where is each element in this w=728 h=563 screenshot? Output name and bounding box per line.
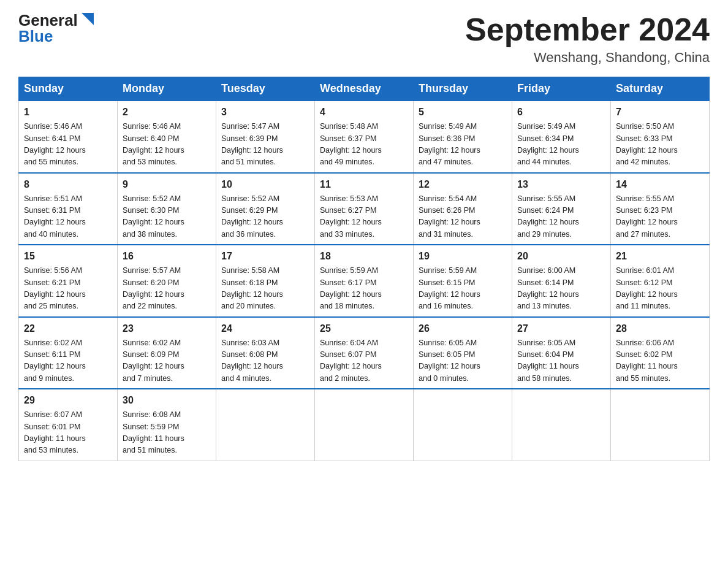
col-header-friday: Friday bbox=[512, 77, 611, 101]
col-header-monday: Monday bbox=[118, 77, 216, 101]
calendar-table: SundayMondayTuesdayWednesdayThursdayFrid… bbox=[18, 77, 710, 461]
day-number: 10 bbox=[221, 177, 309, 192]
day-info: Sunrise: 6:06 AM Sunset: 6:02 PM Dayligh… bbox=[616, 337, 704, 385]
day-number: 13 bbox=[517, 177, 605, 192]
day-info: Sunrise: 5:55 AM Sunset: 6:23 PM Dayligh… bbox=[616, 193, 704, 241]
day-info: Sunrise: 5:46 AM Sunset: 6:41 PM Dayligh… bbox=[24, 121, 112, 169]
day-info: Sunrise: 5:54 AM Sunset: 6:26 PM Dayligh… bbox=[419, 193, 507, 241]
day-number: 2 bbox=[123, 105, 211, 120]
day-cell: 8Sunrise: 5:51 AM Sunset: 6:31 PM Daylig… bbox=[19, 173, 118, 245]
day-cell: 6Sunrise: 5:49 AM Sunset: 6:34 PM Daylig… bbox=[512, 101, 611, 173]
week-row-1: 1Sunrise: 5:46 AM Sunset: 6:41 PM Daylig… bbox=[19, 101, 710, 173]
day-info: Sunrise: 5:52 AM Sunset: 6:30 PM Dayligh… bbox=[123, 193, 211, 241]
day-number: 3 bbox=[221, 105, 309, 120]
day-number: 22 bbox=[24, 321, 112, 336]
page-header: General Blue September 2024 Wenshang, Sh… bbox=[18, 12, 710, 66]
day-cell: 27Sunrise: 6:05 AM Sunset: 6:04 PM Dayli… bbox=[512, 317, 611, 389]
day-info: Sunrise: 5:59 AM Sunset: 6:17 PM Dayligh… bbox=[320, 265, 408, 313]
col-header-saturday: Saturday bbox=[611, 77, 710, 101]
day-cell: 28Sunrise: 6:06 AM Sunset: 6:02 PM Dayli… bbox=[611, 317, 710, 389]
day-info: Sunrise: 6:00 AM Sunset: 6:14 PM Dayligh… bbox=[517, 265, 605, 313]
day-info: Sunrise: 5:56 AM Sunset: 6:21 PM Dayligh… bbox=[24, 265, 112, 313]
day-number: 1 bbox=[24, 105, 112, 120]
day-cell: 4Sunrise: 5:48 AM Sunset: 6:37 PM Daylig… bbox=[315, 101, 414, 173]
day-number: 19 bbox=[419, 249, 507, 264]
day-cell: 19Sunrise: 5:59 AM Sunset: 6:15 PM Dayli… bbox=[414, 245, 512, 317]
day-number: 16 bbox=[123, 249, 211, 264]
calendar-title-block: September 2024 Wenshang, Shandong, China bbox=[465, 12, 710, 66]
day-cell: 26Sunrise: 6:05 AM Sunset: 6:05 PM Dayli… bbox=[414, 317, 512, 389]
day-cell: 11Sunrise: 5:53 AM Sunset: 6:27 PM Dayli… bbox=[315, 173, 414, 245]
day-info: Sunrise: 5:55 AM Sunset: 6:24 PM Dayligh… bbox=[517, 193, 605, 241]
day-number: 11 bbox=[320, 177, 408, 192]
day-number: 8 bbox=[24, 177, 112, 192]
day-cell: 24Sunrise: 6:03 AM Sunset: 6:08 PM Dayli… bbox=[216, 317, 315, 389]
day-number: 20 bbox=[517, 249, 605, 264]
day-cell: 12Sunrise: 5:54 AM Sunset: 6:26 PM Dayli… bbox=[414, 173, 512, 245]
day-number: 29 bbox=[24, 393, 112, 408]
day-number: 15 bbox=[24, 249, 112, 264]
day-info: Sunrise: 6:02 AM Sunset: 6:09 PM Dayligh… bbox=[123, 337, 211, 385]
day-info: Sunrise: 5:57 AM Sunset: 6:20 PM Dayligh… bbox=[123, 265, 211, 313]
col-header-thursday: Thursday bbox=[414, 77, 512, 101]
day-number: 9 bbox=[123, 177, 211, 192]
day-cell: 30Sunrise: 6:08 AM Sunset: 5:59 PM Dayli… bbox=[118, 389, 216, 461]
calendar-title: September 2024 bbox=[465, 12, 710, 47]
day-cell: 3Sunrise: 5:47 AM Sunset: 6:39 PM Daylig… bbox=[216, 101, 315, 173]
day-cell: 29Sunrise: 6:07 AM Sunset: 6:01 PM Dayli… bbox=[19, 389, 118, 461]
day-info: Sunrise: 5:53 AM Sunset: 6:27 PM Dayligh… bbox=[320, 193, 408, 241]
day-info: Sunrise: 5:51 AM Sunset: 6:31 PM Dayligh… bbox=[24, 193, 112, 241]
day-info: Sunrise: 6:07 AM Sunset: 6:01 PM Dayligh… bbox=[24, 409, 112, 457]
day-info: Sunrise: 6:03 AM Sunset: 6:08 PM Dayligh… bbox=[221, 337, 309, 385]
day-info: Sunrise: 6:05 AM Sunset: 6:05 PM Dayligh… bbox=[419, 337, 507, 385]
logo: General Blue bbox=[18, 12, 96, 44]
day-cell: 16Sunrise: 5:57 AM Sunset: 6:20 PM Dayli… bbox=[118, 245, 216, 317]
logo-general-text: General bbox=[18, 12, 78, 28]
day-cell bbox=[414, 389, 512, 461]
day-cell: 18Sunrise: 5:59 AM Sunset: 6:17 PM Dayli… bbox=[315, 245, 414, 317]
day-number: 25 bbox=[320, 321, 408, 336]
day-number: 23 bbox=[123, 321, 211, 336]
day-info: Sunrise: 5:46 AM Sunset: 6:40 PM Dayligh… bbox=[123, 121, 211, 169]
col-header-tuesday: Tuesday bbox=[216, 77, 315, 101]
col-header-sunday: Sunday bbox=[19, 77, 118, 101]
week-row-5: 29Sunrise: 6:07 AM Sunset: 6:01 PM Dayli… bbox=[19, 389, 710, 461]
day-number: 30 bbox=[123, 393, 211, 408]
day-info: Sunrise: 5:47 AM Sunset: 6:39 PM Dayligh… bbox=[221, 121, 309, 169]
col-header-wednesday: Wednesday bbox=[315, 77, 414, 101]
day-cell bbox=[611, 389, 710, 461]
day-info: Sunrise: 5:49 AM Sunset: 6:34 PM Dayligh… bbox=[517, 121, 605, 169]
day-cell: 10Sunrise: 5:52 AM Sunset: 6:29 PM Dayli… bbox=[216, 173, 315, 245]
logo-triangle-icon bbox=[79, 10, 96, 28]
day-info: Sunrise: 6:05 AM Sunset: 6:04 PM Dayligh… bbox=[517, 337, 605, 385]
day-info: Sunrise: 6:04 AM Sunset: 6:07 PM Dayligh… bbox=[320, 337, 408, 385]
day-cell: 5Sunrise: 5:49 AM Sunset: 6:36 PM Daylig… bbox=[414, 101, 512, 173]
day-cell bbox=[512, 389, 611, 461]
day-cell: 14Sunrise: 5:55 AM Sunset: 6:23 PM Dayli… bbox=[611, 173, 710, 245]
day-cell: 20Sunrise: 6:00 AM Sunset: 6:14 PM Dayli… bbox=[512, 245, 611, 317]
day-number: 26 bbox=[419, 321, 507, 336]
day-number: 28 bbox=[616, 321, 704, 336]
week-row-4: 22Sunrise: 6:02 AM Sunset: 6:11 PM Dayli… bbox=[19, 317, 710, 389]
day-info: Sunrise: 5:52 AM Sunset: 6:29 PM Dayligh… bbox=[221, 193, 309, 241]
svg-marker-0 bbox=[82, 13, 94, 25]
day-info: Sunrise: 6:01 AM Sunset: 6:12 PM Dayligh… bbox=[616, 265, 704, 313]
day-cell: 21Sunrise: 6:01 AM Sunset: 6:12 PM Dayli… bbox=[611, 245, 710, 317]
day-cell bbox=[315, 389, 414, 461]
day-number: 18 bbox=[320, 249, 408, 264]
day-info: Sunrise: 5:48 AM Sunset: 6:37 PM Dayligh… bbox=[320, 121, 408, 169]
calendar-subtitle: Wenshang, Shandong, China bbox=[465, 50, 710, 66]
day-cell: 1Sunrise: 5:46 AM Sunset: 6:41 PM Daylig… bbox=[19, 101, 118, 173]
day-cell: 2Sunrise: 5:46 AM Sunset: 6:40 PM Daylig… bbox=[118, 101, 216, 173]
week-row-2: 8Sunrise: 5:51 AM Sunset: 6:31 PM Daylig… bbox=[19, 173, 710, 245]
day-cell: 15Sunrise: 5:56 AM Sunset: 6:21 PM Dayli… bbox=[19, 245, 118, 317]
day-cell: 25Sunrise: 6:04 AM Sunset: 6:07 PM Dayli… bbox=[315, 317, 414, 389]
day-info: Sunrise: 5:49 AM Sunset: 6:36 PM Dayligh… bbox=[419, 121, 507, 169]
day-cell: 13Sunrise: 5:55 AM Sunset: 6:24 PM Dayli… bbox=[512, 173, 611, 245]
day-number: 7 bbox=[616, 105, 704, 120]
day-number: 4 bbox=[320, 105, 408, 120]
day-info: Sunrise: 6:08 AM Sunset: 5:59 PM Dayligh… bbox=[123, 409, 211, 457]
day-cell: 9Sunrise: 5:52 AM Sunset: 6:30 PM Daylig… bbox=[118, 173, 216, 245]
week-row-3: 15Sunrise: 5:56 AM Sunset: 6:21 PM Dayli… bbox=[19, 245, 710, 317]
day-number: 14 bbox=[616, 177, 704, 192]
